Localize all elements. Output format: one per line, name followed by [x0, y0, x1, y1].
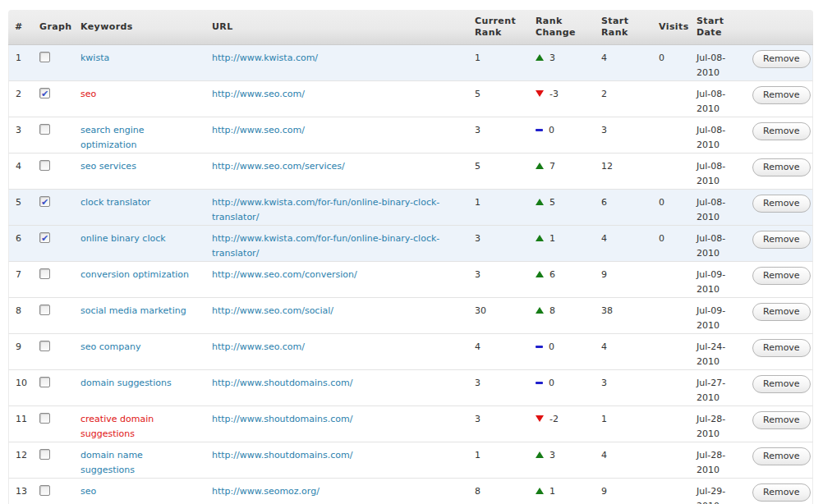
remove-button[interactable]: Remove: [752, 86, 811, 104]
graph-checkbox[interactable]: [39, 196, 50, 207]
keyword-link[interactable]: online binary clock: [80, 233, 166, 244]
url-link[interactable]: http://www.seo.com/: [212, 125, 305, 135]
rank-change-value: 7: [549, 161, 555, 172]
table-header-row: # Graph Keywords URL Current Rank Rank C…: [8, 10, 813, 45]
graph-checkbox[interactable]: [39, 305, 50, 315]
start-date-value: Jul-09-2010: [690, 298, 746, 334]
graph-checkbox[interactable]: [39, 160, 50, 171]
url-link[interactable]: http://www.kwista.com/: [212, 53, 318, 63]
rank-change-value: 0: [549, 125, 554, 135]
graph-checkbox[interactable]: [39, 52, 50, 62]
current-rank-value: 5: [468, 81, 529, 117]
col-header-url: URL: [205, 10, 468, 45]
rank-change-icon: [536, 382, 543, 384]
start-date-value: Jul-08-2010: [690, 153, 746, 190]
rank-change-value: 0: [549, 378, 554, 388]
graph-checkbox[interactable]: [39, 341, 50, 351]
keyword-link[interactable]: conversion optimization: [80, 269, 189, 280]
url-link[interactable]: http://www.shoutdomains.com/: [212, 378, 353, 388]
keyword-link[interactable]: seo services: [80, 161, 136, 172]
url-link[interactable]: http://www.shoutdomains.com/: [212, 414, 353, 424]
table-row: 10 domain suggestions http://www.shoutdo…: [8, 370, 813, 406]
table-row: 13 seo http://www.seomoz.org/ 8 1 9 Jul-…: [8, 479, 813, 504]
table-row: 9 seo company http://www.seo.com/ 4 0 4 …: [8, 334, 813, 370]
remove-button[interactable]: Remove: [752, 447, 811, 465]
row-number: 9: [8, 334, 33, 370]
col-header-start-rank: Start Rank: [595, 10, 652, 45]
visits-value: 0: [652, 45, 690, 81]
remove-button[interactable]: Remove: [752, 339, 811, 357]
url-link[interactable]: http://www.seo.com/services/: [212, 161, 345, 172]
url-link[interactable]: http://www.seomoz.org/: [212, 486, 320, 497]
url-link[interactable]: http://www.seo.com/social/: [212, 305, 333, 316]
graph-checkbox[interactable]: [39, 449, 50, 460]
keyword-link[interactable]: domain name suggestions: [80, 450, 143, 475]
rank-change-icon: [536, 346, 543, 348]
keyword-link[interactable]: creative domain suggestions: [80, 414, 154, 439]
rank-change-value: 1: [549, 486, 555, 497]
url-link[interactable]: http://www.seo.com/: [212, 89, 305, 99]
graph-checkbox[interactable]: [39, 124, 50, 135]
keyword-link[interactable]: search engine optimization: [80, 125, 145, 150]
rank-change-icon: [536, 90, 544, 97]
remove-button[interactable]: Remove: [752, 195, 811, 213]
rank-change-icon: [536, 488, 544, 494]
rank-change-icon: [536, 307, 544, 314]
start-date-value: Jul-09-2010: [690, 262, 746, 298]
graph-checkbox[interactable]: [39, 413, 50, 424]
visits-value: [652, 370, 690, 406]
keyword-link[interactable]: social media marketing: [80, 305, 186, 316]
keyword-link[interactable]: seo: [80, 486, 96, 497]
graph-checkbox[interactable]: [39, 485, 50, 496]
url-link[interactable]: http://www.seo.com/conversion/: [212, 269, 357, 280]
col-header-visits: Visits: [652, 10, 690, 45]
table-row: 12 domain name suggestions http://www.sh…: [8, 442, 813, 479]
remove-button[interactable]: Remove: [752, 303, 811, 321]
visits-value: [652, 81, 690, 117]
table-row: 2 seo http://www.seo.com/ 5 -3 2 Jul-08-…: [8, 81, 813, 117]
current-rank-value: 1: [468, 45, 529, 81]
rank-change-value: 3: [549, 450, 555, 460]
start-rank-value: 38: [595, 298, 652, 334]
row-number: 6: [8, 226, 33, 262]
rank-change-icon: [536, 451, 544, 458]
rank-change-icon: [536, 235, 544, 241]
keyword-link[interactable]: seo: [80, 89, 96, 99]
row-number: 2: [8, 81, 33, 117]
remove-button[interactable]: Remove: [752, 483, 811, 502]
current-rank-value: 3: [468, 406, 529, 442]
rank-change-value: -3: [549, 89, 559, 99]
rank-change-value: 8: [549, 305, 555, 316]
url-link[interactable]: http://www.kwista.com/for-fun/online-bin…: [212, 233, 439, 259]
remove-button[interactable]: Remove: [752, 375, 811, 393]
graph-checkbox[interactable]: [39, 88, 50, 99]
table-row: 6 online binary clock http://www.kwista.…: [8, 226, 813, 262]
rank-change-icon: [536, 199, 544, 205]
col-header-start-date: Start Date: [690, 10, 746, 45]
start-rank-value: 4: [595, 226, 652, 262]
col-header-current-rank: Current Rank: [468, 10, 529, 45]
start-rank-value: 12: [595, 153, 652, 190]
remove-button[interactable]: Remove: [752, 231, 811, 249]
current-rank-value: 1: [468, 442, 529, 479]
url-link[interactable]: http://www.kwista.com/for-fun/online-bin…: [212, 197, 439, 222]
remove-button[interactable]: Remove: [752, 158, 811, 176]
url-link[interactable]: http://www.seo.com/: [212, 341, 305, 352]
start-date-value: Jul-28-2010: [690, 442, 746, 479]
keyword-rank-table: # Graph Keywords URL Current Rank Rank C…: [8, 10, 813, 504]
remove-button[interactable]: Remove: [752, 122, 811, 140]
row-number: 7: [8, 262, 33, 298]
keyword-link[interactable]: kwista: [80, 53, 109, 63]
graph-checkbox[interactable]: [39, 232, 50, 243]
keyword-link[interactable]: clock translator: [80, 197, 150, 208]
graph-checkbox[interactable]: [39, 377, 50, 387]
remove-button[interactable]: Remove: [752, 50, 811, 68]
current-rank-value: 4: [468, 334, 529, 370]
graph-checkbox[interactable]: [39, 268, 50, 279]
keyword-link[interactable]: seo company: [80, 341, 140, 352]
remove-button[interactable]: Remove: [752, 267, 811, 285]
remove-button[interactable]: Remove: [752, 411, 811, 429]
url-link[interactable]: http://www.shoutdomains.com/: [212, 450, 353, 460]
visits-value: [652, 262, 690, 298]
keyword-link[interactable]: domain suggestions: [80, 378, 172, 388]
